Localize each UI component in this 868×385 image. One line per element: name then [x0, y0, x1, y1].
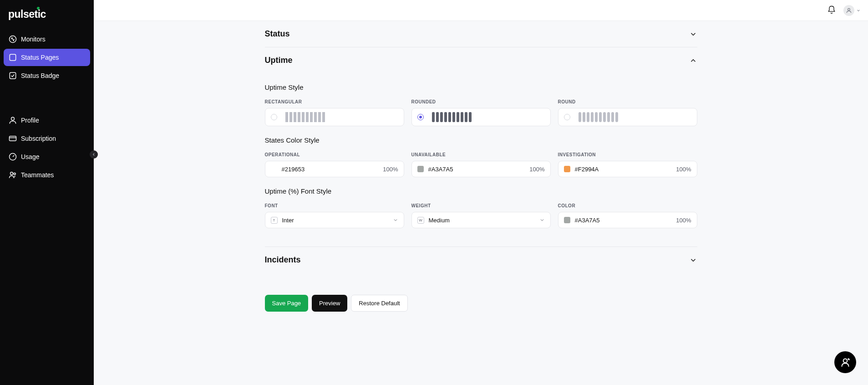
color-input-font[interactable]: #A3A7A5 100% [558, 212, 697, 228]
chevron-down-icon [393, 217, 398, 223]
help-avatar-icon [839, 356, 851, 368]
sidebar-item-label: Status Pages [21, 54, 59, 61]
content: Status Uptime Uptime Style RECTANGULAR [265, 21, 697, 321]
logo-dot-icon [37, 7, 40, 10]
field-label: INVESTIGATION [558, 152, 697, 157]
color-opacity: 100% [383, 166, 398, 173]
field-label: RECTANGULAR [265, 99, 404, 104]
chevron-down-icon [689, 30, 697, 38]
sidebar-item-subscription[interactable]: Subscription [4, 130, 90, 147]
chevron-down-icon [856, 8, 861, 13]
field-label: ROUNDED [411, 99, 551, 104]
sidebar-item-status-pages[interactable]: Status Pages [4, 49, 90, 66]
chevron-left-icon [91, 152, 96, 157]
sidebar-item-usage[interactable]: Usage [4, 148, 90, 165]
field-unavailable: UNAVAILABLE #A3A7A5 100% [411, 152, 551, 177]
svg-point-7 [10, 172, 13, 175]
select-value: Inter [282, 217, 393, 224]
account-menu[interactable] [843, 5, 861, 16]
bars-preview-round-icon [579, 112, 618, 122]
svg-point-8 [14, 173, 15, 175]
color-opacity: 100% [676, 166, 691, 173]
sidebar-collapse-button[interactable] [90, 150, 98, 159]
option-rounded: ROUNDED [411, 99, 551, 126]
sidebar-item-profile[interactable]: Profile [4, 112, 90, 129]
preview-button[interactable]: Preview [312, 295, 347, 312]
gauge-icon [8, 152, 21, 161]
section-uptime-header[interactable]: Uptime [265, 47, 697, 73]
save-button[interactable]: Save Page [265, 295, 309, 312]
notifications-button[interactable] [827, 5, 836, 16]
color-input-investigation[interactable]: #F2994A 100% [558, 161, 697, 177]
sidebar-item-teammates[interactable]: Teammates [4, 166, 90, 184]
option-round: ROUND [558, 99, 697, 126]
sidebar-item-label: Teammates [21, 171, 54, 179]
svg-point-3 [11, 117, 15, 120]
bell-icon [827, 5, 836, 14]
svg-rect-2 [10, 72, 15, 78]
subsection-font-style-title: Uptime (%) Font Style [265, 187, 697, 195]
states-color-row: OPERATIONAL #219653 100% UNAVAILABLE #A3… [265, 152, 697, 177]
field-font: FONT T Inter [265, 203, 404, 228]
radio-icon [271, 114, 277, 120]
sidebar-item-status-badge[interactable]: Status Badge [4, 67, 90, 84]
nav-primary: Monitors Status Pages Status Badge [4, 31, 90, 84]
bars-preview-rounded-icon [432, 112, 472, 122]
color-hex: #A3A7A5 [575, 217, 676, 224]
main: Status Uptime Uptime Style RECTANGULAR [94, 0, 868, 385]
font-select[interactable]: T Inter [265, 212, 404, 228]
sidebar-item-label: Status Badge [21, 72, 59, 79]
color-input-unavailable[interactable]: #A3A7A5 100% [411, 161, 551, 177]
svg-line-12 [848, 358, 849, 360]
logo-text: pulsetic [8, 8, 46, 20]
sidebar: pulsetic Monitors Status Pages [0, 0, 94, 385]
type-icon: T [271, 217, 278, 224]
color-hex: #A3A7A5 [428, 166, 530, 173]
chevron-down-icon [539, 217, 545, 223]
field-investigation: INVESTIGATION #F2994A 100% [558, 152, 697, 177]
field-label: FONT [265, 203, 404, 208]
action-row: Save Page Preview Restore Default [265, 295, 697, 312]
svg-point-10 [843, 359, 848, 363]
style-card-round[interactable] [558, 108, 697, 126]
card-icon [8, 134, 21, 143]
svg-point-9 [848, 8, 850, 10]
sidebar-item-monitors[interactable]: Monitors [4, 31, 90, 48]
select-value: Medium [429, 217, 539, 224]
color-opacity: 100% [676, 217, 691, 224]
field-label: ROUND [558, 99, 697, 104]
option-rectangular: RECTANGULAR [265, 99, 404, 126]
swatch-icon [564, 217, 570, 223]
nav: Monitors Status Pages Status Badge P [0, 25, 94, 184]
swatch-icon [417, 166, 424, 172]
logo[interactable]: pulsetic [0, 0, 94, 25]
color-hex: #F2994A [575, 166, 676, 173]
nav-secondary: Profile Subscription Usage Teammates [4, 112, 90, 184]
swatch-icon [564, 166, 570, 172]
section-status-header[interactable]: Status [265, 21, 697, 47]
style-card-rectangular[interactable] [265, 108, 404, 126]
section-title: Incidents [265, 255, 301, 265]
section-incidents-header[interactable]: Incidents [265, 247, 697, 273]
page-icon [8, 53, 21, 62]
section-title: Uptime [265, 56, 293, 65]
help-fab[interactable] [834, 351, 856, 373]
field-weight: WEIGHT W Medium [411, 203, 551, 228]
svg-rect-1 [10, 54, 15, 60]
field-label: WEIGHT [411, 203, 551, 208]
style-card-rounded[interactable] [411, 108, 551, 126]
swatch-icon [271, 166, 277, 172]
bars-preview-rectangular-icon [285, 112, 325, 122]
field-operational: OPERATIONAL #219653 100% [265, 152, 404, 177]
chevron-down-icon [689, 256, 697, 264]
sidebar-item-label: Monitors [21, 36, 46, 43]
color-input-operational[interactable]: #219653 100% [265, 161, 404, 177]
radio-icon [564, 114, 570, 120]
weight-select[interactable]: W Medium [411, 212, 551, 228]
font-style-row: FONT T Inter WEIGHT W Medium COLOR [265, 203, 697, 228]
weight-icon: W [417, 217, 424, 224]
restore-default-button[interactable]: Restore Default [351, 295, 407, 312]
badge-icon [8, 71, 21, 80]
field-label: OPERATIONAL [265, 152, 404, 157]
topbar [94, 0, 868, 21]
